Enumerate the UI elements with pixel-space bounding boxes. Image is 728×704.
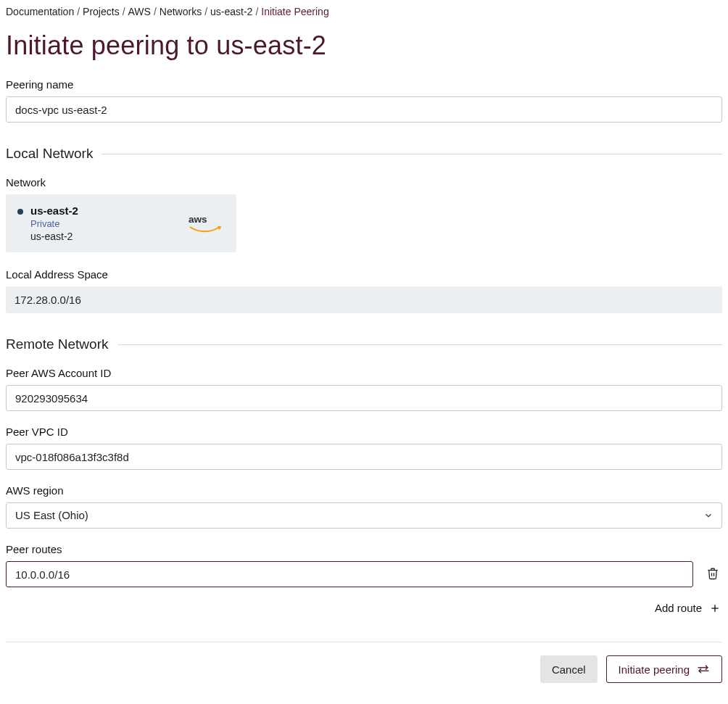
network-region: us-east-2 xyxy=(30,231,78,242)
page-title: Initiate peering to us-east-2 xyxy=(6,30,722,61)
plus-icon xyxy=(709,602,721,614)
peer-account-id-label: Peer AWS Account ID xyxy=(6,367,722,379)
local-address-space-label: Local Address Space xyxy=(6,268,722,281)
breadcrumb-link[interactable]: Documentation xyxy=(6,6,74,17)
peering-name-label: Peering name xyxy=(6,78,722,91)
peer-vpc-id-label: Peer VPC ID xyxy=(6,426,722,438)
network-card[interactable]: us-east-2 Private us-east-2 aws xyxy=(6,194,236,252)
breadcrumb-link[interactable]: us-east-2 xyxy=(210,6,252,17)
footer-actions: Cancel Initiate peering xyxy=(6,655,722,683)
peer-route-row xyxy=(6,561,722,587)
breadcrumb-link[interactable]: Projects xyxy=(83,6,120,17)
peer-route-input[interactable] xyxy=(6,561,693,587)
add-route-button[interactable]: Add route xyxy=(653,599,722,617)
footer-rule xyxy=(6,642,722,642)
section-local-network: Local Network xyxy=(6,146,722,162)
add-route-label: Add route xyxy=(655,602,702,614)
aws-region-label: AWS region xyxy=(6,484,722,497)
network-label: Network xyxy=(6,176,722,189)
trash-icon xyxy=(706,567,719,580)
aws-logo-icon: aws xyxy=(189,213,223,234)
breadcrumb-link[interactable]: AWS xyxy=(128,6,151,17)
initiate-peering-button[interactable]: Initiate peering xyxy=(606,655,722,683)
svg-text:aws: aws xyxy=(189,213,207,224)
breadcrumb-current: Initiate Peering xyxy=(261,6,328,17)
initiate-peering-label: Initiate peering xyxy=(619,663,690,676)
local-address-space-value: 172.28.0.0/16 xyxy=(6,286,722,313)
status-dot-icon xyxy=(17,209,23,215)
section-remote-network: Remote Network xyxy=(6,336,722,352)
peer-vpc-id-input[interactable] xyxy=(6,444,722,470)
cancel-button[interactable]: Cancel xyxy=(540,655,597,683)
breadcrumb-sep: / xyxy=(77,6,80,17)
section-title: Local Network xyxy=(6,146,93,162)
peer-account-id-input[interactable] xyxy=(6,385,722,411)
section-rule xyxy=(117,344,723,345)
breadcrumb: Documentation / Projects / AWS / Network… xyxy=(6,4,722,20)
breadcrumb-sep: / xyxy=(154,6,157,17)
network-name: us-east-2 xyxy=(30,204,78,217)
section-title: Remote Network xyxy=(6,336,109,352)
breadcrumb-link[interactable]: Networks xyxy=(160,6,202,17)
aws-region-select[interactable]: US East (Ohio) xyxy=(6,502,722,529)
swap-arrows-icon xyxy=(697,664,710,674)
breadcrumb-sep: / xyxy=(204,6,207,17)
peer-routes-label: Peer routes xyxy=(6,543,722,555)
network-type: Private xyxy=(30,218,78,229)
section-rule xyxy=(102,154,722,154)
peering-name-input[interactable] xyxy=(6,96,722,123)
delete-route-button[interactable] xyxy=(703,564,722,585)
breadcrumb-sep: / xyxy=(255,6,258,17)
cancel-button-label: Cancel xyxy=(552,663,586,676)
breadcrumb-sep: / xyxy=(123,6,125,17)
